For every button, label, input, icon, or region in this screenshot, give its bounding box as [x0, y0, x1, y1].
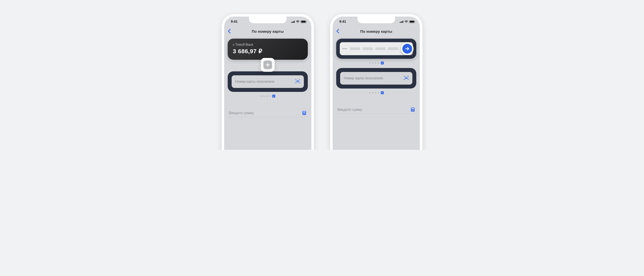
pager-dot[interactable]: [260, 95, 262, 97]
source-card-amount: 3 686,97 ₽: [233, 48, 303, 55]
svg-point-8: [304, 114, 305, 114]
status-time: 9:41: [339, 20, 346, 24]
add-card-button[interactable]: [261, 58, 275, 72]
device-notch: [249, 16, 286, 23]
pager-dot[interactable]: [378, 92, 379, 93]
svg-point-14: [412, 110, 412, 110]
arrow-right-icon: [405, 46, 410, 51]
svg-point-16: [413, 110, 414, 110]
nav-header: По номеру карты: [333, 27, 420, 36]
wifi-icon: [404, 20, 408, 23]
page-title: По номеру карты: [224, 29, 311, 34]
source-card-label: с Tinkoff Black: [233, 43, 303, 46]
amount-input[interactable]: Введите сумму: [336, 104, 416, 114]
battery-icon: [301, 20, 306, 23]
svg-point-18: [412, 110, 413, 111]
status-time: 9:41: [231, 20, 238, 24]
back-button[interactable]: [228, 29, 231, 34]
svg-rect-1: [296, 81, 299, 81]
calculator-icon[interactable]: [302, 111, 306, 115]
pager-dot[interactable]: [369, 92, 370, 93]
recipient-card-placeholder: Номер карты получателя: [235, 80, 274, 84]
svg-point-17: [412, 110, 412, 111]
pager-dot[interactable]: [372, 92, 373, 93]
svg-point-9: [305, 114, 306, 114]
amount-placeholder: Введите сумму: [229, 111, 254, 115]
svg-rect-3: [303, 112, 306, 112]
cellular-icon: [400, 20, 403, 23]
phone-mockup-left: 9:41 По номеру карты с Tinkoff Black 3: [222, 14, 314, 150]
destination-pager[interactable]: +: [228, 92, 308, 101]
pager-add-button[interactable]: +: [381, 61, 384, 64]
back-button[interactable]: [336, 29, 339, 34]
svg-point-6: [305, 113, 306, 114]
recipient-card-placeholder: Номер карты получателя: [344, 76, 383, 80]
wifi-icon: [296, 20, 300, 23]
card-scheme-label: МИР: [342, 48, 347, 50]
source-card-inner: МИР: [340, 42, 413, 55]
pager-dot[interactable]: [375, 62, 376, 64]
pager-dot[interactable]: [264, 95, 265, 97]
destination-card: Номер карты получателя: [336, 68, 416, 88]
pager-add-button[interactable]: +: [381, 91, 384, 94]
recipient-card-input[interactable]: Номер карты получателя: [340, 72, 412, 85]
pager-dot[interactable]: [369, 62, 370, 64]
destination-pager[interactable]: +: [336, 88, 416, 98]
amount-placeholder: Введите сумму: [338, 108, 362, 112]
scan-card-icon[interactable]: [404, 76, 409, 81]
device-notch: [358, 16, 395, 23]
pager-dot[interactable]: [378, 62, 379, 64]
pager-dot[interactable]: [269, 95, 271, 97]
scan-card-icon[interactable]: [295, 79, 300, 84]
calculator-icon[interactable]: [410, 107, 415, 112]
recipient-card-input[interactable]: Номер карты получателя: [232, 75, 304, 88]
nav-header: По номеру карты: [224, 27, 311, 36]
destination-card: Номер карты получателя: [228, 71, 308, 92]
battery-icon: [409, 20, 414, 23]
svg-point-7: [303, 114, 304, 114]
amount-input[interactable]: Введите сумму: [228, 107, 308, 117]
source-card[interactable]: с Tinkoff Black 3 686,97 ₽: [228, 39, 308, 60]
svg-rect-13: [412, 108, 414, 109]
svg-rect-11: [405, 77, 408, 78]
pager-add-button[interactable]: +: [272, 95, 275, 98]
proceed-button[interactable]: [401, 42, 414, 55]
pager-dot[interactable]: [372, 62, 373, 64]
source-pager[interactable]: +: [336, 59, 416, 68]
cellular-icon: [291, 20, 295, 23]
svg-point-15: [412, 110, 413, 110]
phone-mockup-right: 9:41 По номеру карты МИР: [330, 14, 422, 150]
plus-icon: [265, 62, 270, 67]
pager-dot[interactable]: [375, 92, 376, 93]
svg-point-4: [303, 113, 304, 114]
pager-dot[interactable]: [266, 95, 268, 97]
svg-point-19: [413, 110, 414, 111]
page-title: По номеру карты: [333, 29, 420, 34]
svg-point-5: [304, 113, 305, 114]
source-card[interactable]: МИР: [336, 39, 416, 59]
